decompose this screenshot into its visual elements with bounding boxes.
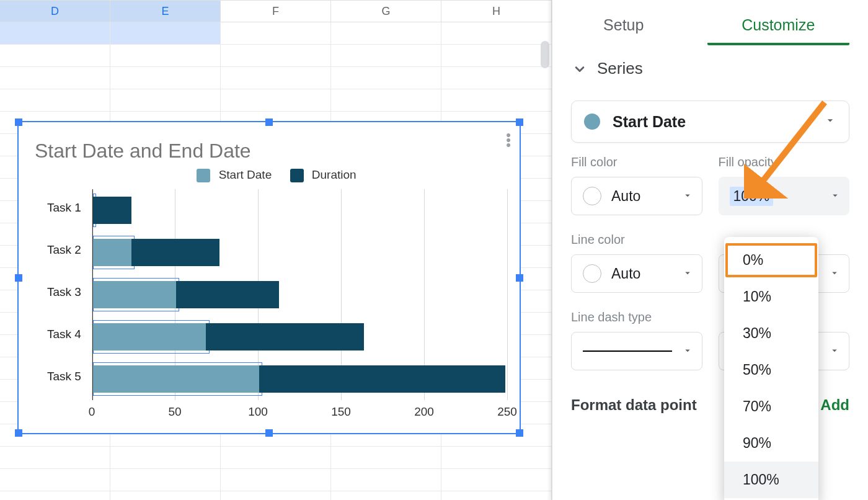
col-header-h[interactable]: H xyxy=(441,0,552,22)
resize-handle[interactable] xyxy=(15,429,22,437)
color-swatch-auto xyxy=(583,187,601,205)
series-selector[interactable]: Start Date xyxy=(571,100,849,143)
resize-handle[interactable] xyxy=(265,118,273,126)
series-color-dot xyxy=(584,114,600,130)
chart-legend: Start Date Duration xyxy=(19,168,520,182)
legend-swatch-duration xyxy=(290,169,304,182)
opacity-option[interactable]: 10% xyxy=(724,279,818,315)
opacity-option[interactable]: 90% xyxy=(724,425,818,462)
resize-handle[interactable] xyxy=(516,118,523,126)
fill-opacity-select[interactable]: 100% xyxy=(719,177,850,215)
legend-swatch-start xyxy=(197,169,210,182)
dropdown-arrow-icon xyxy=(829,266,840,282)
col-header-f[interactable]: F xyxy=(221,0,331,22)
column-headers: D E F G H xyxy=(0,0,552,22)
fill-opacity-value: 100% xyxy=(730,187,774,206)
opacity-option[interactable]: 30% xyxy=(724,315,818,352)
series-selected-name: Start Date xyxy=(613,113,824,131)
opacity-option[interactable]: 50% xyxy=(724,352,818,388)
line-sample xyxy=(583,350,672,352)
fill-color-value: Auto xyxy=(611,188,640,205)
legend-label-duration: Duration xyxy=(312,168,356,181)
resize-handle[interactable] xyxy=(265,429,273,437)
fill-opacity-label: Fill opacity xyxy=(719,155,850,169)
format-data-point-label: Format data point xyxy=(571,396,697,414)
dropdown-arrow-icon xyxy=(830,188,841,205)
line-dash-label: Line dash type xyxy=(571,310,702,324)
line-dash-select[interactable] xyxy=(571,332,702,370)
legend-label-start: Start Date xyxy=(219,168,272,181)
chevron-down-icon xyxy=(571,60,588,78)
fill-color-label: Fill color xyxy=(571,155,702,169)
line-color-label: Line color xyxy=(571,233,702,247)
tab-customize[interactable]: Customize xyxy=(707,16,850,45)
chart-title[interactable]: Start Date and End Date xyxy=(35,140,251,163)
tab-setup[interactable]: Setup xyxy=(552,16,695,45)
dropdown-arrow-icon xyxy=(824,114,836,129)
fill-opacity-dropdown-menu[interactable]: 0%10%30%50%70%90%100% xyxy=(724,237,818,500)
dropdown-arrow-icon xyxy=(829,343,840,360)
chart-plot-area: 050100150200250Task 1Task 2Task 3Task 4T… xyxy=(92,189,507,400)
col-header-d[interactable]: D xyxy=(0,0,110,22)
line-color-select[interactable]: Auto xyxy=(571,254,702,293)
chart-container[interactable]: Start Date and End Date ••• Start Date D… xyxy=(17,121,521,434)
resize-handle[interactable] xyxy=(516,429,523,437)
resize-handle[interactable] xyxy=(15,118,22,126)
series-label: Series xyxy=(597,59,643,78)
opacity-option[interactable]: 70% xyxy=(724,388,818,425)
col-header-e[interactable]: E xyxy=(110,0,221,22)
dropdown-arrow-icon xyxy=(682,188,693,205)
resize-handle[interactable] xyxy=(15,274,22,282)
series-section-header[interactable]: Series xyxy=(552,45,868,87)
opacity-option[interactable]: 100% xyxy=(724,462,818,498)
dropdown-arrow-icon xyxy=(682,266,693,282)
chart-menu-icon[interactable]: ••• xyxy=(506,133,511,148)
resize-handle[interactable] xyxy=(516,274,523,282)
color-swatch-auto xyxy=(583,264,601,283)
panel-tabs: Setup Customize xyxy=(552,0,868,45)
fill-color-select[interactable]: Auto xyxy=(571,177,702,215)
col-header-g[interactable]: G xyxy=(331,0,441,22)
dropdown-arrow-icon xyxy=(682,343,693,360)
opacity-option[interactable]: 0% xyxy=(724,242,818,279)
line-color-value: Auto xyxy=(611,266,640,282)
chart-editor-panel: Setup Customize Series Start Date Fill c… xyxy=(552,0,868,500)
add-data-point-button[interactable]: Add xyxy=(820,396,849,414)
